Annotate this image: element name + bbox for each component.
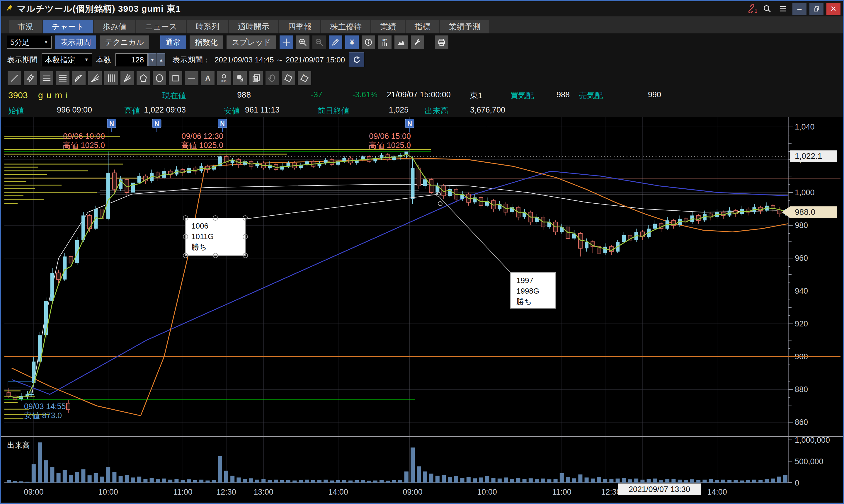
callout-note[interactable]: 10061011G勝ち [183,216,248,258]
zoom-in-icon-glyph [298,38,307,47]
link-count-badge: 1 [755,9,757,14]
svg-text:1,040: 1,040 [795,123,815,131]
count-decrement-button[interactable]: ▼ [148,53,157,66]
clock-arrow-tool[interactable] [233,71,247,85]
horizontal-lines-3-glyph [42,74,51,83]
interval-value: 5分足 [10,37,30,48]
rectangle-tool[interactable] [169,71,182,85]
svg-text:1006: 1006 [191,221,208,230]
crosshair-icon[interactable] [280,35,293,49]
annotation-text: 09/06 12:30 [181,132,223,141]
pentagon-glyph [139,74,148,83]
stock-code: 3903 [8,90,28,100]
svg-text:11:00: 11:00 [173,488,193,497]
callout-note[interactable]: 19971998G勝ち [510,272,556,308]
toolbar-button[interactable]: スプレッド [227,35,276,49]
pentagon-tool[interactable] [137,71,150,85]
chart-canvas[interactable]: 1,0401,0201,0009809609409209008808601,00… [1,117,843,502]
hand-glyph [268,74,277,83]
svg-text:920: 920 [795,319,808,328]
eraser-tool[interactable] [282,71,295,85]
trend-line-tool[interactable] [7,71,21,85]
ray-lines-glyph [123,74,132,83]
fan-lines-glyph [90,74,100,83]
search-icon[interactable] [761,3,774,15]
pencil-icon[interactable] [329,35,342,49]
high-value: 1,022 09:03 [130,106,186,114]
horizontal-segment-tool[interactable] [185,71,198,85]
horizontal-lines-4-tool[interactable] [56,71,69,85]
svg-text:勝ち: 勝ち [516,297,532,306]
interval-select[interactable]: 5分足 ▼ [7,36,52,49]
tab-3[interactable]: ニュース [136,20,186,33]
reload-icon[interactable] [349,52,364,67]
toolbar-button[interactable]: 通常 [160,35,186,49]
svg-text:A: A [302,74,305,77]
erase-all-tool[interactable]: A [298,71,311,85]
tab-9[interactable]: 指標 [406,20,439,33]
svg-text:¥: ¥ [350,38,354,46]
low-value: 961 11:13 [230,106,280,114]
current-price: 988 [206,90,251,100]
annotation-text: 安値 873.0 [24,411,62,420]
news-badges[interactable]: NNNN [107,119,414,132]
bid-price: 988 [535,90,570,99]
range-value: 2021/09/03 14:45 ～ 2021/09/07 15:00 [215,55,345,65]
annotation-text: 高値 1025.0 [181,141,223,150]
toolbar-button[interactable]: テクニカル [100,35,149,49]
wrench-icon[interactable] [411,35,424,49]
tab-6[interactable]: 四季報 [279,20,320,33]
my-indicator-icon[interactable]: MY [378,35,392,49]
fan-lines-tool[interactable] [88,71,102,85]
price-tag-value: 988.0 [795,208,815,217]
tab-2[interactable]: 歩み値 [94,20,136,33]
price-chart-svg[interactable]: 1,0401,0201,0009809609409209008808601,00… [1,117,843,502]
count-increment-button[interactable]: ▲ [157,53,165,66]
ma-white [32,184,788,393]
horizontal-lines-3-tool[interactable] [40,71,53,85]
duplicate-tool[interactable] [249,71,263,85]
info-icon[interactable] [362,35,375,49]
wrench-icon-glyph [413,38,422,47]
tab-5[interactable]: 適時開示 [229,20,278,33]
ellipse-tool[interactable] [153,71,166,85]
tab-1[interactable]: チャート [43,20,93,33]
tab-8[interactable]: 業績 [371,20,405,33]
yen-icon[interactable]: ¥ [345,35,359,49]
close-icon[interactable]: ✕ [826,3,841,15]
tab-0[interactable]: 市況 [9,20,42,33]
price-label: 現在値 [162,90,186,101]
tab-10[interactable]: 業績予測 [440,20,489,33]
printer-icon[interactable] [435,35,448,49]
link-icon[interactable]: 1 [745,3,758,15]
tab-4[interactable]: 時系列 [187,20,228,33]
period-mode-select[interactable]: 本数指定 ▼ [42,53,92,66]
vertical-lines-tool[interactable] [104,71,118,85]
quote-row-1: 3903 gumi 現在値 988 -37 -3.61% 21/09/07 15… [1,88,843,103]
tab-7[interactable]: 株主優待 [321,20,371,33]
restore-button[interactable] [809,3,824,15]
area-chart-icon[interactable] [394,35,408,49]
minimize-button[interactable]: – [792,3,807,15]
hand-tool [266,71,279,85]
toolbar-text-buttons: 表示期間テクニカル通常指数化スプレッド [55,35,276,49]
ray-lines-tool[interactable] [121,71,134,85]
text-tool[interactable]: A [201,71,215,85]
fibonacci-arcs-tool[interactable] [72,71,86,85]
svg-text:10:00: 10:00 [98,488,118,497]
volume-pane-label: 出来高 [7,441,30,450]
svg-text:1,000: 1,000 [795,188,815,197]
duplicate-glyph [251,74,261,83]
toolbar-button[interactable]: 表示期間 [55,35,96,49]
icon-stamp-tool[interactable]: icon [217,71,231,85]
count-input[interactable]: 128 [115,53,148,66]
menu-icon[interactable] [777,3,790,15]
horizontal-segment-glyph [187,74,196,83]
window-title: マルチツール(個別銘柄) 3903 gumi 東1 [17,3,181,15]
svg-text:11:00: 11:00 [552,488,572,497]
svg-text:940: 940 [795,287,808,295]
parallel-channel-tool[interactable] [24,71,37,85]
toolbar-button[interactable]: 指数化 [190,35,223,49]
zoom-in-icon[interactable] [296,35,309,49]
candles [7,151,787,401]
